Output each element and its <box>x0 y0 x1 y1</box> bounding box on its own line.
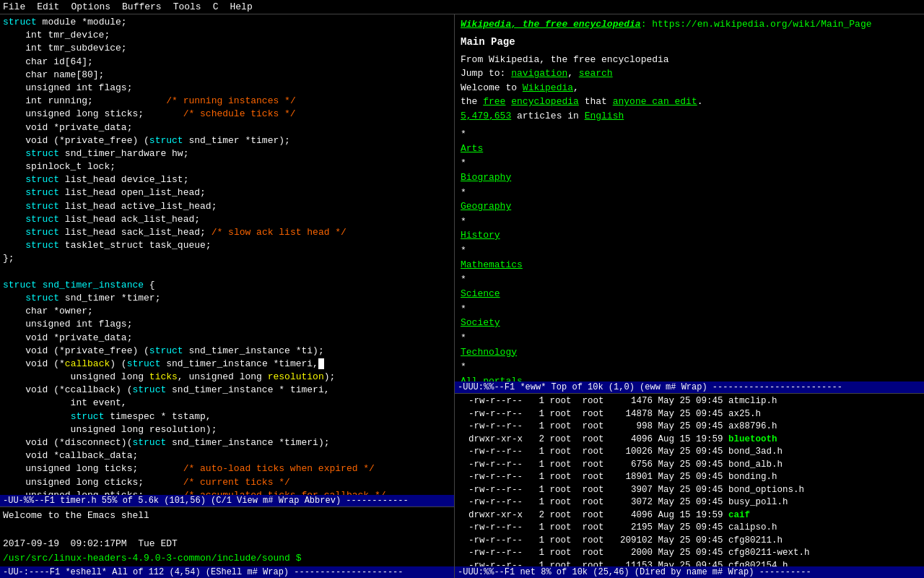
dired-line: drwxr-xr-x 2 root root 4096 Aug 15 19:59… <box>458 509 921 522</box>
code-line: struct timespec * tstamp, <box>3 410 451 423</box>
wiki-english-link[interactable]: English <box>585 111 624 121</box>
menu-file[interactable]: File <box>3 1 25 12</box>
dired-statusbar: -UUU:%%--F1 net 8% of 10k (25,46) (Dired… <box>455 566 924 578</box>
code-line: struct list_head ack_list_head; <box>3 213 451 226</box>
code-line: }; <box>3 252 451 265</box>
wiki-link-arts: * Arts <box>461 127 918 156</box>
code-line: void (*private_free) (struct snd_timer *… <box>3 134 451 147</box>
dired-line: -rw-r--r-- 1 root root 14878 May 25 09:4… <box>458 408 921 421</box>
wiki-encyclopedia-link[interactable]: encyclopedia <box>511 96 579 107</box>
code-line: unsigned long ticks; /* auto-load ticks … <box>3 462 451 475</box>
code-line: void *callback_data; <box>3 449 451 462</box>
code-line: char name[80]; <box>3 69 451 82</box>
dired-line: -rw-r--r-- 1 root root 998 May 25 09:45 … <box>458 420 921 434</box>
right-pane: Wikipedia, the free encyclopedia: https:… <box>455 14 924 578</box>
wiki-link-technology: * Technology <box>461 331 918 360</box>
wiki-nav-link[interactable]: navigation <box>511 68 567 79</box>
wiki-count-link[interactable]: 5,479,653 <box>461 111 511 121</box>
code-line: struct snd_timer_hardware hw; <box>3 147 451 160</box>
dired-line: -rw-r--r-- 1 root root 1476 May 25 09:45… <box>458 395 921 408</box>
wiki-header: Wikipedia, the free encyclopedia: https:… <box>461 17 918 32</box>
shell-prompt-line: /usr/src/linux-headers-4.9.0-3-common/in… <box>3 551 451 566</box>
menu-c[interactable]: C <box>213 1 219 12</box>
wiki-society-link[interactable]: Society <box>461 316 918 331</box>
dired-line: -rw-r--r-- 1 root root 10026 May 25 09:4… <box>458 446 921 459</box>
code-line: unsigned long pticks; /* accumulated tic… <box>3 489 451 495</box>
code-line: int running; /* running instances */ <box>3 95 451 108</box>
wiki-search-link[interactable]: search <box>579 68 613 79</box>
wiki-area[interactable]: Wikipedia, the free encyclopedia: https:… <box>455 14 924 381</box>
wiki-geography-link[interactable]: Geography <box>461 199 918 215</box>
menubar: File Edit Options Buffers Tools C Help <box>0 0 924 14</box>
code-line: void *private_data; <box>3 332 451 345</box>
code-line: void *private_data; <box>3 121 451 134</box>
shell-datetime: 2017-09-19 09:02:17PM Tue EDT <box>3 537 451 551</box>
menu-help[interactable]: Help <box>230 1 252 12</box>
wiki-links-list: * Arts * Biography * Geography * History… <box>461 127 918 381</box>
wiki-statusbar: -UUU:%%--F1 *eww* Top of 10k (1,0) (eww … <box>455 381 924 393</box>
wiki-wikipedia-link[interactable]: Wikipedia <box>523 82 573 93</box>
dired-line: -rw-r--r-- 1 root root 3907 May 25 09:45… <box>458 484 921 497</box>
dired-line: -rw-r--r-- 1 root root 209102 May 25 09:… <box>458 535 921 548</box>
wiki-technology-link[interactable]: Technology <box>461 345 918 361</box>
code-line: unsigned long ticks, unsigned long resol… <box>3 371 451 384</box>
dired-line: -rw-r--r-- 1 root root 18901 May 25 09:4… <box>458 471 921 484</box>
shell-area[interactable]: Welcome to the Emacs shell 2017-09-19 09… <box>0 506 454 566</box>
code-line: int tmr_subdevice; <box>3 42 451 55</box>
code-line: int tmr_device; <box>3 29 451 42</box>
wiki-mathematics-link[interactable]: Mathematics <box>461 258 918 273</box>
dired-area[interactable]: -rw-r--r-- 1 root root 1476 May 25 09:45… <box>455 393 924 566</box>
shell-welcome: Welcome to the Emacs shell <box>3 509 451 523</box>
menu-tools[interactable]: Tools <box>173 1 201 12</box>
code-line: unsigned long sticks; /* schedule ticks … <box>3 108 451 121</box>
code-line: int event, <box>3 397 451 410</box>
dired-line: -rw-r--r-- 1 root root 11153 May 25 09:4… <box>458 560 921 567</box>
wiki-all-portals-link[interactable]: All portals <box>461 374 918 381</box>
wiki-main-title: Main Page <box>461 35 918 50</box>
wiki-anyone-link[interactable]: anyone can edit <box>613 96 697 107</box>
wiki-link-society: * Society <box>461 302 918 331</box>
wiki-jump: Jump to: navigation, search <box>461 66 918 81</box>
code-line: void (*callback) (struct snd_timer_insta… <box>3 358 451 371</box>
wiki-url: https://en.wikipedia.org/wiki/Main_Page <box>652 19 871 30</box>
wiki-desc: the free encyclopedia that anyone can ed… <box>461 95 918 109</box>
code-line <box>3 266 451 279</box>
code-line: void (*disconnect)(struct snd_timer_inst… <box>3 436 451 449</box>
wiki-free-link[interactable]: free <box>483 96 505 107</box>
shell-statusbar: -UU-:----F1 *eshell* All of 112 (4,54) (… <box>0 566 454 578</box>
code-line: char id[64]; <box>3 56 451 69</box>
wiki-intro: From Wikipedia, the free encyclopedia Ju… <box>461 53 918 124</box>
wiki-link-geography: * Geography <box>461 186 918 215</box>
dired-line: drwxr-xr-x 2 root root 4096 Aug 15 19:59… <box>458 434 921 447</box>
shell-path: /usr/src/linux-headers-4.9.0-3-common/in… <box>3 553 301 564</box>
menu-buffers[interactable]: Buffers <box>122 1 162 12</box>
code-line: char *owner; <box>3 305 451 318</box>
main-area: struct module *module; int tmr_device; i… <box>0 14 924 578</box>
code-area[interactable]: struct module *module; int tmr_device; i… <box>0 14 454 495</box>
code-line: spinlock_t lock; <box>3 160 451 173</box>
wiki-title-link[interactable]: Wikipedia, the free encyclopedia <box>461 19 641 30</box>
dired-line: -rw-r--r-- 1 root root 3072 May 25 09:45… <box>458 496 921 509</box>
code-line: struct tasklet_struct task_queue; <box>3 239 451 252</box>
dired-line: -rw-r--r-- 1 root root 2000 May 25 09:45… <box>458 547 921 560</box>
code-line: void (*private_free) (struct snd_timer_i… <box>3 345 451 358</box>
wiki-welcome: Welcome to Wikipedia, <box>461 81 918 95</box>
menu-edit[interactable]: Edit <box>37 1 59 12</box>
wiki-history-link[interactable]: History <box>461 228 918 243</box>
wiki-biography-link[interactable]: Biography <box>461 171 918 186</box>
code-statusbar: -UU-%%--F1 timer.h 55% of 5.6k (101,56) … <box>0 495 454 506</box>
code-line: struct snd_timer *timer; <box>3 292 451 305</box>
dired-line: -rw-r--r-- 1 root root 2195 May 25 09:45… <box>458 522 921 535</box>
wiki-from-text: From Wikipedia, the free encyclopedia <box>461 53 918 67</box>
wiki-count: 5,479,653 articles in English <box>461 109 918 124</box>
code-line: unsigned int flags; <box>3 318 451 331</box>
code-line: unsigned long cticks; /* current ticks *… <box>3 476 451 489</box>
wiki-arts-link[interactable]: Arts <box>461 142 918 157</box>
menu-options[interactable]: Options <box>71 1 110 12</box>
dired-line: -rw-r--r-- 1 root root 6756 May 25 09:45… <box>458 459 921 472</box>
wiki-science-link[interactable]: Science <box>461 287 918 302</box>
wiki-link-history: * History <box>461 215 918 243</box>
code-line: unsigned long resolution); <box>3 423 451 436</box>
shell-blank <box>3 523 451 538</box>
code-line: struct list_head active_list_head; <box>3 200 451 213</box>
